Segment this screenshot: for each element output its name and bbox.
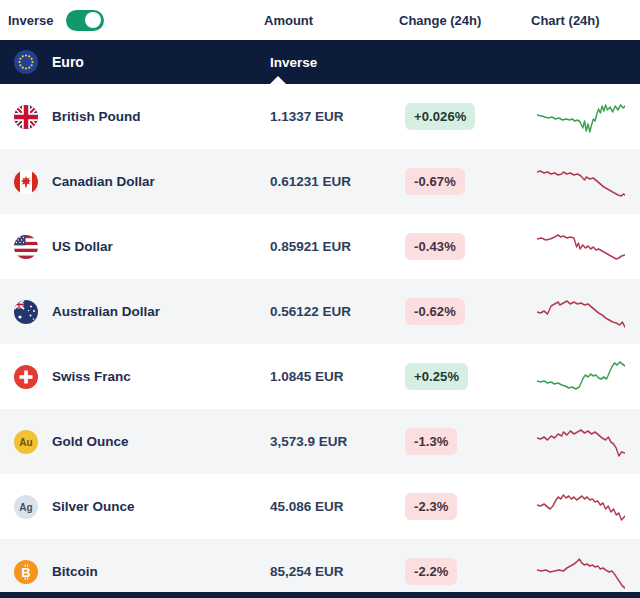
toolbar: Inverse Amount Change (24h) Chart (24h) — [0, 0, 640, 40]
change-badge: -2.2% — [405, 558, 457, 585]
svg-text:B: B — [21, 564, 30, 579]
inverse-control: Inverse — [8, 10, 264, 31]
table-row[interactable]: British Pound 1.1337 EUR +0.026% — [0, 84, 640, 149]
sparkline-chart — [537, 357, 625, 397]
usd-flag-icon — [14, 235, 38, 259]
gbp-flag-icon — [14, 105, 38, 129]
sparkline-chart — [537, 162, 625, 202]
currency-name: Silver Ounce — [52, 499, 135, 514]
sparkline-chart — [537, 487, 625, 527]
table-row[interactable]: Canadian Dollar 0.61231 EUR -0.67% — [0, 149, 640, 214]
change-badge: -0.43% — [405, 233, 465, 260]
table-row[interactable]: B Bitcoin 85,254 EUR -2.2% — [0, 539, 640, 598]
amount-value: 0.61231 EUR — [270, 174, 405, 189]
change-badge: -2.3% — [405, 493, 457, 520]
chf-flag-icon — [14, 365, 38, 389]
currency-name: Bitcoin — [52, 564, 98, 579]
amount-value: 0.85921 EUR — [270, 239, 405, 254]
silver-icon: Ag — [14, 495, 38, 519]
amount-value: 0.56122 EUR — [270, 304, 405, 319]
column-header-amount: Amount — [264, 13, 399, 28]
currency-name: Australian Dollar — [52, 304, 160, 319]
gold-icon: Au — [14, 430, 38, 454]
caret-up-icon — [270, 76, 286, 84]
table-row[interactable]: Australian Dollar 0.56122 EUR -0.62% — [0, 279, 640, 344]
toggle-knob — [85, 12, 101, 28]
inverse-toggle[interactable] — [66, 10, 104, 31]
currency-name: Canadian Dollar — [52, 174, 155, 189]
bitcoin-icon: B — [14, 560, 38, 584]
inverse-toggle-label: Inverse — [8, 13, 54, 28]
currency-name: US Dollar — [52, 239, 113, 254]
amount-value: 1.1337 EUR — [270, 109, 405, 124]
aud-flag-icon — [14, 300, 38, 324]
change-badge: -1.3% — [405, 428, 457, 455]
change-badge: -0.67% — [405, 168, 465, 195]
currency-converter-app: Inverse Amount Change (24h) Chart (24h) … — [0, 0, 640, 598]
column-header-change: Change (24h) — [399, 13, 531, 28]
amount-value: 3,573.9 EUR — [270, 434, 405, 449]
base-currency-name: Euro — [52, 54, 84, 70]
table-row[interactable]: Swiss Franc 1.0845 EUR +0.25% — [0, 344, 640, 409]
base-currency-row[interactable]: Euro Inverse — [0, 40, 640, 84]
table-row[interactable]: Ag Silver Ounce 45.086 EUR -2.3% — [0, 474, 640, 539]
table-row[interactable]: US Dollar 0.85921 EUR -0.43% — [0, 214, 640, 279]
amount-value: 45.086 EUR — [270, 499, 405, 514]
column-header-chart: Chart (24h) — [531, 13, 640, 28]
cad-flag-icon — [14, 170, 38, 194]
svg-text:Au: Au — [19, 436, 32, 447]
svg-text:Ag: Ag — [19, 501, 32, 512]
table-row[interactable]: Au Gold Ounce 3,573.9 EUR -1.3% — [0, 409, 640, 474]
sparkline-chart — [537, 292, 625, 332]
amount-value: 85,254 EUR — [270, 564, 405, 579]
currency-table: British Pound 1.1337 EUR +0.026% Canadia… — [0, 84, 640, 598]
currency-name: British Pound — [52, 109, 141, 124]
sparkline-chart — [537, 97, 625, 137]
base-row-inverse-label: Inverse — [270, 55, 405, 70]
change-badge: +0.026% — [405, 103, 475, 130]
change-badge: +0.25% — [405, 363, 468, 390]
sparkline-chart — [537, 552, 625, 592]
eu-flag-icon — [14, 50, 38, 74]
currency-name: Swiss Franc — [52, 369, 131, 384]
change-badge: -0.62% — [405, 298, 465, 325]
footer-bar — [0, 592, 640, 598]
amount-value: 1.0845 EUR — [270, 369, 405, 384]
sparkline-chart — [537, 227, 625, 267]
sparkline-chart — [537, 422, 625, 462]
currency-name: Gold Ounce — [52, 434, 129, 449]
